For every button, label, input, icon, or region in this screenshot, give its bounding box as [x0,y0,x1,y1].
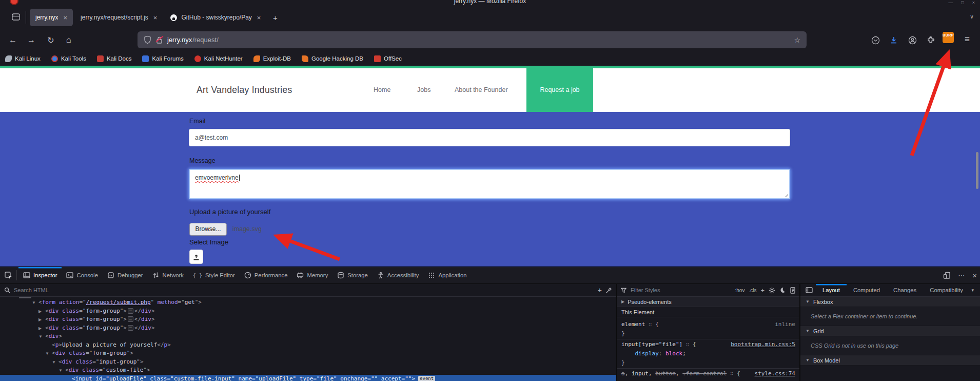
extensions-puzzle-icon[interactable] [923,32,938,48]
tree-row-6[interactable]: ▼<div class="form-group"> [0,349,616,358]
rule-row-1-0[interactable]: input[type="file"] ∷ {bootstrap.min.css:… [617,340,799,349]
burp-proxy-extension-icon[interactable]: BURP [943,32,954,43]
tree-token: ⋯ [128,316,133,322]
window-minimize-icon[interactable]: — [948,1,953,5]
list-all-tabs-icon[interactable]: ∨ [970,13,974,20]
layout-section-header-box-model[interactable]: ▼Box Model [800,355,980,366]
tree-row-8[interactable]: ▼<div class="custom-file"> [0,366,616,375]
light-theme-icon[interactable] [769,287,775,294]
devtools-tab-console[interactable]: Console [62,267,102,283]
more-tabs-icon[interactable]: ▾ [971,288,978,293]
rule-row-2-0[interactable]: a, input, button, .form-control ∷ {style… [617,369,799,378]
sidebar-tab-changes[interactable]: Changes [887,284,923,297]
tree-row-1[interactable]: ▶<div class="form-group">⋯</div> [0,307,616,316]
tree-row-2[interactable]: ▶<div class="form-group">⋯</div> [0,315,616,324]
dock-sidebar-icon[interactable] [802,287,816,293]
filter-styles-bar[interactable]: Filter Styles :hov .cls + [617,284,799,297]
pseudo-elements-header[interactable]: ▶ Pseudo-elements [617,297,799,307]
sidebar-tab-compatibility[interactable]: Compatibility [923,284,970,297]
bookmark-item-4[interactable]: Kali NetHunter [194,55,243,62]
devtools-tab-memory[interactable]: Memory [292,267,332,283]
eyedropper-icon[interactable] [605,287,612,294]
home-icon[interactable]: ⌂ [61,32,76,48]
sidebar-tab-layout[interactable]: Layout [816,284,847,297]
tree-row-0[interactable]: ▼<form action="/request/submit.php" meth… [0,298,616,307]
bookmark-item-6[interactable]: Google Hacking DB [302,55,363,62]
add-node-icon[interactable]: + [598,286,602,294]
pick-element-icon[interactable] [0,267,16,283]
devtools-menu-icon[interactable]: ⋯ [958,272,965,279]
devtools-tab-application[interactable]: Application [423,267,471,283]
site-nav-item-1[interactable]: Jobs [417,68,430,112]
bookmark-star-icon[interactable]: ☆ [794,36,800,44]
devtools-close-icon[interactable]: × [972,271,977,280]
insecure-lock-icon[interactable] [156,36,163,44]
tracking-shield-icon[interactable] [144,35,151,44]
window-close-icon[interactable]: × [972,1,975,5]
tree-row-4[interactable]: ▼<div> [0,332,616,341]
url-bar[interactable]: jerry.nyx/request/ ☆ [138,31,807,48]
hamburger-menu-icon[interactable]: ≡ [960,32,974,47]
browser-tab-1[interactable]: jerry.nyx/request/script.js× [75,9,163,26]
site-nav-item-3[interactable]: Request a job [526,68,593,112]
bookmark-item-7[interactable]: OffSec [374,55,402,62]
rule-source-link[interactable]: bootstrap.min.css:5 [731,340,795,349]
tree-row-3[interactable]: ▶<div class="form-group">⋯</div> [0,324,616,333]
rule-row-0-0[interactable]: element ∷ {inline [617,320,799,329]
devtools-tab-performance[interactable]: Performance [240,267,292,283]
message-textarea[interactable]: emvoemverivne [189,169,790,199]
devtools-tab-storage[interactable]: Storage [332,267,373,283]
site-nav-item-2[interactable]: About the Founder [455,68,508,112]
markup-search-bar[interactable]: Search HTML + [0,284,616,297]
tree-token: ▶ [38,316,45,325]
reload-icon[interactable]: ↻ [43,32,58,48]
devtools-tab-accessibility[interactable]: Accessibility [373,267,424,283]
rule-source-link[interactable]: style.css:74 [755,369,795,378]
tab-close-icon[interactable]: × [62,14,68,22]
textarea-resize-handle[interactable] [783,193,788,197]
tree-token[interactable]: /request/submit.php [86,299,151,306]
layout-section-header-flexbox[interactable]: ▼Flexbox [800,297,980,307]
toggle-hover-button[interactable]: :hov [735,288,745,293]
bookmark-item-3[interactable]: Kali Forums [142,55,183,62]
browser-tab-2[interactable]: GitHub - swisskyrepo/Pay× [165,9,266,26]
tree-row-7[interactable]: ▼<div class="input-group"> [0,358,616,367]
toggle-class-button[interactable]: .cls [749,288,756,293]
responsive-design-icon[interactable] [943,272,951,279]
bookmark-item-0[interactable]: Kali Linux [5,55,41,62]
devtools-tab-inspector[interactable]: Inspector [18,267,62,283]
email-field[interactable]: a@test.com [189,129,790,146]
devtools-tab-debugger[interactable]: Debugger [103,267,148,283]
site-nav-item-0[interactable]: Home [374,68,390,112]
devtools-tab-network[interactable]: Network [148,267,188,283]
tree-row-5[interactable]: <p>Upload a picture of yourself</p> [0,341,616,350]
window-maximize-icon[interactable]: □ [961,1,964,5]
tree-row-9[interactable]: <input id="uploadFile" class="custom-fil… [0,375,616,381]
rule-row-1-1[interactable]: display: block; [617,349,799,358]
new-tab-icon[interactable]: + [268,9,282,26]
firefox-view-icon[interactable] [11,12,21,22]
tab-close-icon[interactable]: × [256,14,262,22]
tab-close-icon[interactable]: × [152,14,159,22]
pocket-icon[interactable] [868,32,883,48]
bookmark-item-1[interactable]: Kali Tools [51,55,86,62]
browser-tab-0[interactable]: jerry.nyx× [30,9,73,26]
bookmark-label: Kali Forums [152,55,183,62]
upload-submit-button[interactable] [189,250,203,264]
back-icon[interactable]: ← [5,32,21,48]
add-rule-icon[interactable]: + [760,287,765,294]
page-scrollbar[interactable] [976,152,978,189]
rule-row-1-2[interactable]: } [617,358,799,368]
layout-section-header-grid[interactable]: ▼Grid [800,326,980,336]
dark-theme-icon[interactable] [779,287,786,293]
devtools-tab-style-editor[interactable]: { }Style Editor [188,267,240,283]
sidebar-tab-computed[interactable]: Computed [847,284,887,297]
print-media-icon[interactable] [790,287,796,294]
browse-button[interactable]: Browse... [189,223,227,236]
account-icon[interactable] [905,32,920,48]
downloads-icon[interactable] [886,32,901,48]
bookmark-item-5[interactable]: Exploit-DB [253,55,291,62]
bookmark-item-2[interactable]: Kali Docs [97,55,132,62]
rule-row-0-1[interactable]: } [617,329,799,338]
forward-icon[interactable]: → [24,32,39,48]
